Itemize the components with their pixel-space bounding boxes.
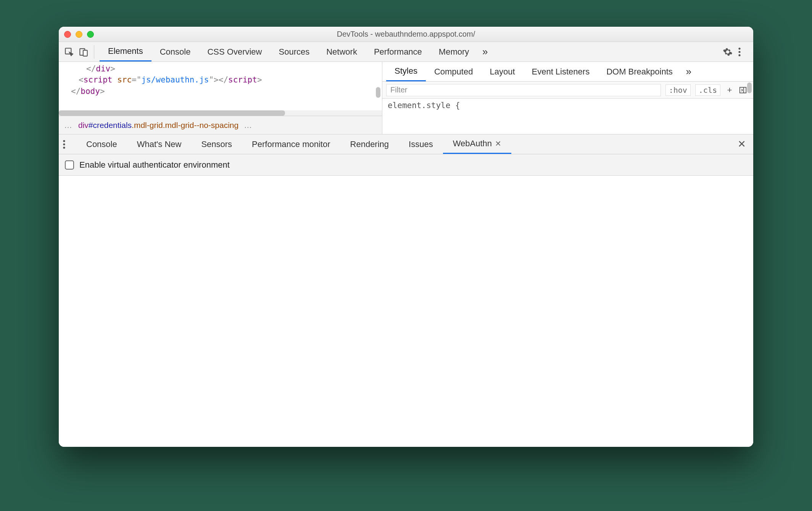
devtools-window: DevTools - webauthndemo.appspot.com/ Ele…: [59, 27, 753, 447]
separator: [94, 45, 94, 59]
webauthn-content-area: [59, 176, 753, 447]
inspect-element-icon[interactable]: [63, 45, 76, 58]
drawer-tab-sensors[interactable]: Sensors: [191, 134, 242, 154]
tab-console[interactable]: Console: [151, 42, 199, 61]
drawer-close-icon[interactable]: ✕: [734, 138, 749, 150]
drawer-tab-console[interactable]: Console: [76, 134, 127, 154]
titlebar: DevTools - webauthndemo.appspot.com/: [59, 27, 753, 42]
svg-rect-2: [83, 50, 87, 56]
device-toolbar-icon[interactable]: [77, 45, 90, 58]
breadcrumb-overflow-right[interactable]: …: [244, 121, 253, 130]
drawer-menu-kebab-icon[interactable]: [63, 139, 74, 149]
breadcrumb-node[interactable]: div#credentials.mdl-grid.mdl-grid--no-sp…: [78, 121, 238, 130]
toggle-classes-button[interactable]: .cls: [695, 84, 720, 96]
main-tab-bar: Elements Console CSS Overview Sources Ne…: [59, 42, 753, 62]
tab-css-overview[interactable]: CSS Overview: [199, 42, 270, 61]
tabs-overflow-icon[interactable]: »: [477, 46, 493, 58]
dom-source[interactable]: </div> <script src="js/webauthn.js"></sc…: [59, 62, 382, 110]
enable-virtual-authenticator-label: Enable virtual authenticator environment: [79, 160, 230, 170]
styles-tab-styles[interactable]: Styles: [386, 62, 426, 81]
element-style-rule[interactable]: element.style {: [382, 99, 753, 112]
svg-point-3: [738, 47, 740, 49]
dom-breadcrumb[interactable]: … div#credentials.mdl-grid.mdl-grid--no-…: [59, 116, 382, 134]
svg-point-4: [738, 51, 740, 53]
elements-panel: </div> <script src="js/webauthn.js"></sc…: [59, 62, 753, 134]
styles-tabs-overflow-icon[interactable]: »: [681, 66, 696, 78]
vertical-scrollbar-thumb[interactable]: [376, 87, 380, 98]
toggle-hover-button[interactable]: :hov: [665, 84, 691, 96]
tab-elements[interactable]: Elements: [100, 42, 151, 61]
svg-point-7: [63, 140, 65, 142]
tab-memory[interactable]: Memory: [430, 42, 477, 61]
svg-rect-6: [740, 87, 746, 93]
styles-tab-event-listeners[interactable]: Event Listeners: [524, 62, 598, 81]
drawer-tab-webauthn[interactable]: WebAuthn ✕: [443, 134, 511, 154]
main-menu-kebab-icon[interactable]: [738, 47, 749, 57]
code-line: </body>: [71, 86, 382, 97]
styles-filter-input[interactable]: [386, 84, 661, 96]
drawer-tab-whats-new[interactable]: What's New: [127, 134, 192, 154]
webauthn-toolbar: Enable virtual authenticator environment: [59, 154, 753, 176]
dom-tree-pane: </div> <script src="js/webauthn.js"></sc…: [59, 62, 382, 134]
styles-scrollbar-thumb[interactable]: [747, 82, 752, 93]
styles-pane: Styles Computed Layout Event Listeners D…: [382, 62, 753, 134]
enable-virtual-authenticator-checkbox[interactable]: [65, 160, 74, 170]
svg-point-8: [63, 143, 65, 145]
styles-tab-bar: Styles Computed Layout Event Listeners D…: [382, 62, 753, 82]
styles-tab-layout[interactable]: Layout: [481, 62, 523, 81]
styles-tab-computed[interactable]: Computed: [426, 62, 482, 81]
svg-point-9: [63, 147, 65, 149]
drawer-tab-webauthn-label: WebAuthn: [453, 139, 492, 149]
horizontal-scrollbar[interactable]: [59, 110, 382, 116]
tab-performance[interactable]: Performance: [366, 42, 430, 61]
drawer-tab-rendering[interactable]: Rendering: [340, 134, 399, 154]
tab-network[interactable]: Network: [318, 42, 366, 61]
drawer-tab-issues[interactable]: Issues: [399, 134, 443, 154]
settings-gear-icon[interactable]: [723, 47, 738, 57]
styles-filter-row: :hov .cls +: [382, 82, 753, 99]
drawer-tab-performance-monitor[interactable]: Performance monitor: [242, 134, 340, 154]
svg-point-5: [738, 54, 740, 56]
code-line: <script src="js/webauthn.js"></script>: [79, 74, 382, 86]
breadcrumb-overflow-left[interactable]: …: [64, 121, 73, 130]
window-title: DevTools - webauthndemo.appspot.com/: [59, 30, 753, 39]
styles-tab-dom-breakpoints[interactable]: DOM Breakpoints: [598, 62, 681, 81]
tab-sources[interactable]: Sources: [270, 42, 318, 61]
close-tab-icon[interactable]: ✕: [495, 139, 501, 148]
new-style-rule-button[interactable]: +: [724, 85, 735, 95]
drawer-tab-bar: Console What's New Sensors Performance m…: [59, 134, 753, 154]
code-line: </div>: [86, 63, 382, 74]
